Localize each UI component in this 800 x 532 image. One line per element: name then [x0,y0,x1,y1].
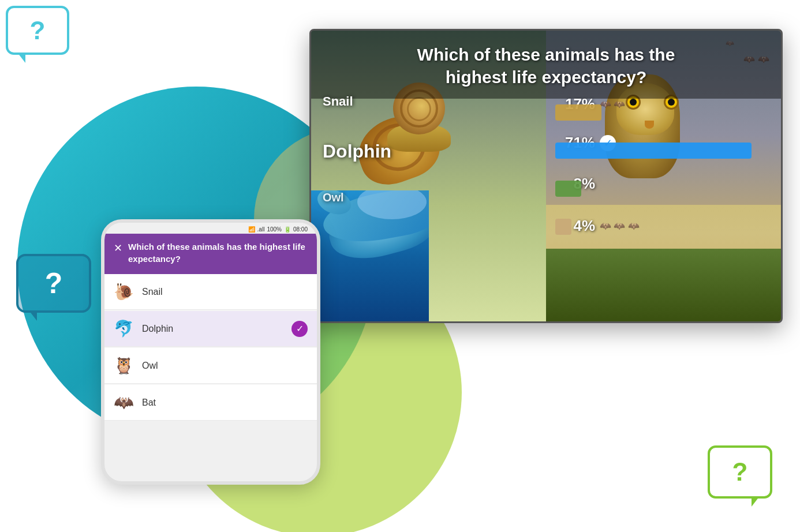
battery-text: 100% [267,226,282,233]
owl-emoji: 🦉 [114,356,134,375]
phone-mockup: 📶 .all 100% 🔋 08:00 ✕ Which of these ani… [101,219,320,485]
owl-option-text: Owl [142,361,158,371]
bubble-bottom-right: ? [708,445,772,499]
phone-option-owl[interactable]: 🦉 Owl [104,348,317,384]
result-row-bat: 4% 🦇 🦇 🦇 [558,217,769,235]
question-mark-top-left: ? [30,16,46,45]
screen-label-owl: Owl [323,191,534,204]
battery-icon: 🔋 [284,226,291,233]
dolphin-check-icon: ✓ [291,321,308,337]
dolphin-option-text: Dolphin [142,324,173,334]
answer-box-snail [555,104,601,121]
birds-snail: 🦇 🦇 [600,99,625,110]
answer-box-dolphin [555,143,752,159]
bat-option-text: Bat [142,398,156,408]
question-mark-left: ? [45,267,63,300]
phone-status-bar: 📶 .all 100% 🔋 08:00 [104,223,317,234]
screen-answer-labels: Snail Dolphin Owl [311,83,546,256]
answer-box-bat [555,219,571,235]
dolphin-emoji: 🐬 [114,319,134,338]
birds-bat: 🦇 🦇 🦇 [600,220,640,231]
result-row-owl: 8% [558,175,769,193]
answer-box-owl [555,181,581,197]
snail-option-text: Snail [142,287,163,297]
close-button[interactable]: ✕ [114,242,122,254]
phone-question-text: Which of these animals has the highest l… [128,241,308,265]
snail-emoji: 🐌 [114,282,134,301]
bubble-left: ? [16,254,91,313]
screen-label-dolphin: Dolphin [323,141,534,162]
screen-question-text: Which of these animals has the highest l… [328,43,764,88]
bubble-top-left: ? [6,6,69,55]
phone-option-dolphin[interactable]: 🐬 Dolphin ✓ [104,311,317,347]
phone-options-list: 🐌 Snail 🐬 Dolphin ✓ 🦉 Owl 🦇 Bat [104,274,317,421]
signal-icon: .all [257,226,265,233]
phone-option-bat[interactable]: 🦇 Bat [104,385,317,421]
presentation-screen: 🦇 🦇 🦇 Which of these animals has the hig… [309,29,783,323]
bat-emoji: 🦇 [114,393,134,412]
phone-option-snail[interactable]: 🐌 Snail [104,274,317,310]
time-display: 08:00 [293,226,308,233]
screen-label-snail: Snail [323,94,534,109]
phone-question-header: ✕ Which of these animals has the highest… [104,234,317,274]
question-mark-bottom-right: ? [732,458,748,486]
wifi-icon: 📶 [248,226,255,233]
